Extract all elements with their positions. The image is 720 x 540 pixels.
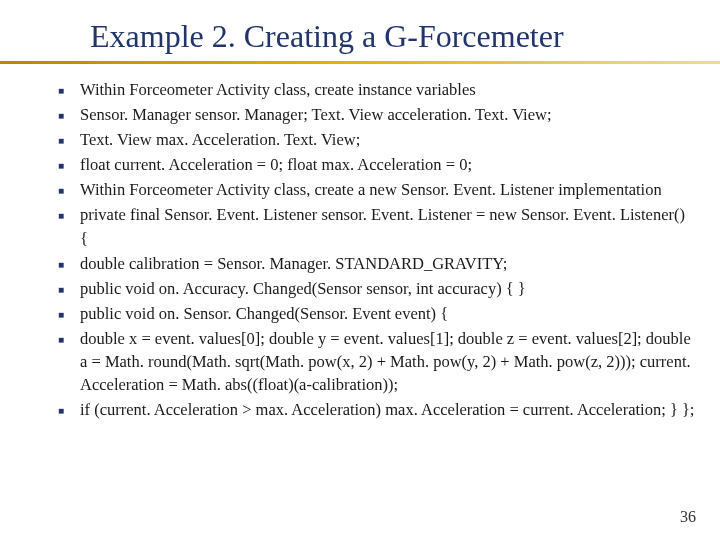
list-text: if (current. Acceleration > max. Acceler… <box>80 398 696 421</box>
list-item: ■ Within Forceometer Activity class, cre… <box>58 178 696 201</box>
list-text: double calibration = Sensor. Manager. ST… <box>80 252 696 275</box>
list-item: ■ private final Sensor. Event. Listener … <box>58 203 696 249</box>
list-text: public void on. Accuracy. Changed(Sensor… <box>80 277 696 300</box>
list-text: Within Forceometer Activity class, creat… <box>80 178 696 201</box>
slide-body: ■ Within Forceometer Activity class, cre… <box>0 64 720 421</box>
list-text: float current. Acceleration = 0; float m… <box>80 153 696 176</box>
list-text: private final Sensor. Event. Listener se… <box>80 203 696 249</box>
bullet-icon: ■ <box>58 103 80 123</box>
list-text: Text. View max. Acceleration. Text. View… <box>80 128 696 151</box>
list-item: ■ public void on. Sensor. Changed(Sensor… <box>58 302 696 325</box>
bullet-icon: ■ <box>58 153 80 173</box>
page-number: 36 <box>680 508 696 526</box>
bullet-icon: ■ <box>58 128 80 148</box>
list-item: ■ if (current. Acceleration > max. Accel… <box>58 398 696 421</box>
list-item: ■ Within Forceometer Activity class, cre… <box>58 78 696 101</box>
slide-title: Example 2. Creating a G-Forcemeter <box>90 18 720 55</box>
bullet-icon: ■ <box>58 78 80 98</box>
list-text: public void on. Sensor. Changed(Sensor. … <box>80 302 696 325</box>
list-item: ■ Sensor. Manager sensor. Manager; Text.… <box>58 103 696 126</box>
list-item: ■ Text. View max. Acceleration. Text. Vi… <box>58 128 696 151</box>
list-item: ■ double x = event. values[0]; double y … <box>58 327 696 396</box>
title-area: Example 2. Creating a G-Forcemeter <box>0 0 720 55</box>
list-item: ■ float current. Acceleration = 0; float… <box>58 153 696 176</box>
bullet-icon: ■ <box>58 302 80 322</box>
bullet-icon: ■ <box>58 203 80 223</box>
list-item: ■ public void on. Accuracy. Changed(Sens… <box>58 277 696 300</box>
list-item: ■ double calibration = Sensor. Manager. … <box>58 252 696 275</box>
bullet-icon: ■ <box>58 398 80 418</box>
list-text: Within Forceometer Activity class, creat… <box>80 78 696 101</box>
bullet-icon: ■ <box>58 252 80 272</box>
bullet-icon: ■ <box>58 277 80 297</box>
list-text: double x = event. values[0]; double y = … <box>80 327 696 396</box>
list-text: Sensor. Manager sensor. Manager; Text. V… <box>80 103 696 126</box>
bullet-icon: ■ <box>58 327 80 347</box>
bullet-icon: ■ <box>58 178 80 198</box>
